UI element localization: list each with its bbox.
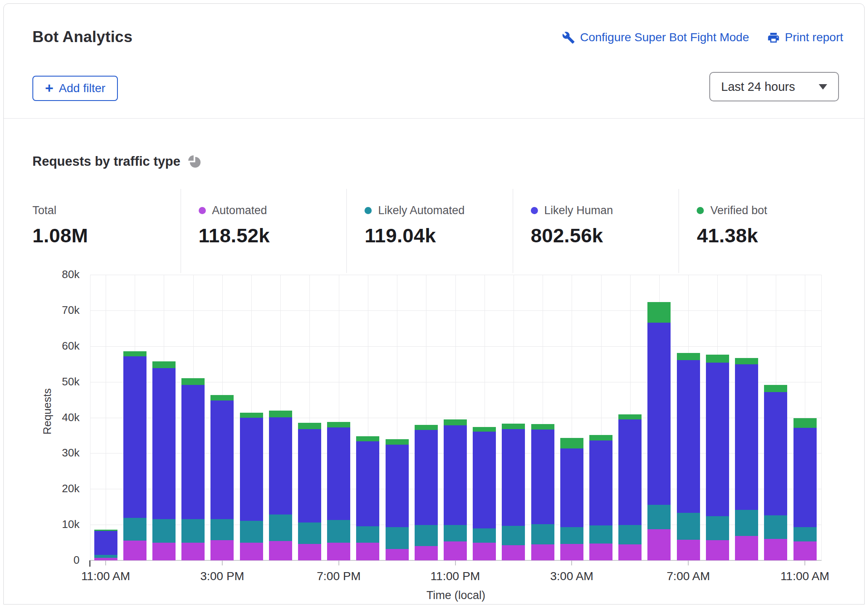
bar-segment-likely-automated[interactable] (327, 520, 350, 542)
bar-segment-automated[interactable] (473, 543, 496, 560)
bar-segment-likely-human[interactable] (240, 418, 263, 520)
bar-segment-likely-automated[interactable] (415, 525, 438, 546)
stacked-bar-hour-24[interactable] (793, 418, 817, 560)
bar-segment-likely-human[interactable] (560, 448, 583, 528)
bar-segment-likely-automated[interactable] (386, 527, 409, 549)
bar-segment-likely-human[interactable] (473, 432, 496, 528)
bar-segment-likely-automated[interactable] (677, 513, 700, 540)
bar-segment-likely-automated[interactable] (94, 555, 117, 558)
bar-segment-likely-automated[interactable] (123, 518, 146, 541)
bar-segment-verified-bot[interactable] (327, 422, 350, 428)
bar-segment-likely-automated[interactable] (356, 526, 379, 543)
bar-segment-likely-automated[interactable] (706, 516, 729, 541)
bar-segment-likely-automated[interactable] (444, 525, 467, 541)
bar-segment-likely-human[interactable] (706, 363, 729, 516)
stacked-bar-hour-19[interactable] (647, 302, 671, 560)
bar-segment-likely-human[interactable] (444, 425, 467, 525)
bar-segment-verified-bot[interactable] (764, 385, 787, 392)
bar-segment-likely-automated[interactable] (298, 522, 321, 544)
bar-segment-automated[interactable] (618, 544, 642, 560)
bar-segment-automated[interactable] (386, 549, 409, 560)
stacked-bar-hour-12[interactable] (444, 419, 467, 560)
bar-segment-automated[interactable] (735, 536, 758, 560)
stacked-bar-hour-15[interactable] (531, 424, 554, 560)
bar-segment-automated[interactable] (764, 539, 787, 560)
stacked-bar-hour-0[interactable] (94, 530, 117, 560)
bar-segment-automated[interactable] (560, 544, 583, 560)
bar-segment-likely-human[interactable] (298, 429, 321, 522)
bar-segment-automated[interactable] (502, 545, 525, 560)
bar-segment-automated[interactable] (240, 543, 263, 560)
bar-segment-automated[interactable] (415, 546, 438, 560)
bar-segment-likely-human[interactable] (764, 392, 787, 515)
bar-segment-likely-automated[interactable] (269, 515, 292, 541)
bar-segment-automated[interactable] (356, 543, 379, 560)
time-range-dropdown[interactable]: Last 24 hours (709, 72, 839, 101)
stacked-bar-hour-5[interactable] (240, 413, 263, 560)
stacked-bar-hour-16[interactable] (560, 438, 583, 560)
bar-segment-automated[interactable] (677, 540, 700, 560)
bar-segment-likely-automated[interactable] (618, 525, 642, 544)
stacked-bar-hour-6[interactable] (269, 411, 292, 560)
bar-segment-likely-human[interactable] (210, 400, 234, 519)
bar-segment-verified-bot[interactable] (502, 424, 525, 429)
bar-segment-automated[interactable] (531, 544, 554, 560)
stat-column-verified-bot[interactable]: Verified bot41.38k (679, 189, 845, 273)
bar-segment-likely-human[interactable] (327, 427, 350, 520)
bar-segment-likely-human[interactable] (123, 356, 146, 518)
stacked-bar-hour-4[interactable] (210, 395, 234, 560)
bar-segment-likely-human[interactable] (647, 323, 671, 505)
stacked-bar-hour-1[interactable] (123, 351, 146, 560)
bar-segment-verified-bot[interactable] (677, 353, 700, 360)
bar-segment-automated[interactable] (327, 543, 350, 560)
bar-segment-likely-human[interactable] (386, 445, 409, 527)
bar-segment-verified-bot[interactable] (240, 413, 263, 418)
bar-segment-verified-bot[interactable] (415, 425, 438, 430)
stacked-bar-hour-14[interactable] (502, 424, 525, 560)
bar-segment-verified-bot[interactable] (298, 423, 321, 429)
bar-segment-likely-automated[interactable] (473, 528, 496, 543)
bar-segment-verified-bot[interactable] (531, 424, 554, 430)
bar-segment-likely-human[interactable] (735, 364, 758, 510)
bar-segment-verified-bot[interactable] (210, 395, 234, 400)
bar-segment-likely-human[interactable] (677, 360, 700, 513)
stacked-bar-hour-2[interactable] (152, 361, 176, 560)
bar-segment-likely-automated[interactable] (240, 521, 263, 543)
bar-segment-likely-automated[interactable] (531, 524, 554, 544)
stacked-bar-hour-13[interactable] (473, 427, 496, 560)
bar-segment-automated[interactable] (123, 541, 146, 560)
bar-segment-verified-bot[interactable] (589, 435, 612, 440)
bar-segment-verified-bot[interactable] (647, 302, 671, 323)
bar-segment-verified-bot[interactable] (706, 355, 729, 363)
bar-segment-automated[interactable] (444, 541, 467, 560)
bar-segment-verified-bot[interactable] (269, 411, 292, 417)
bar-segment-likely-human[interactable] (618, 419, 642, 525)
stacked-bar-hour-11[interactable] (415, 425, 438, 560)
bar-segment-likely-automated[interactable] (647, 505, 671, 529)
bar-segment-likely-human[interactable] (793, 428, 817, 527)
bar-segment-automated[interactable] (298, 544, 321, 560)
stacked-bar-hour-22[interactable] (735, 358, 758, 560)
stacked-bar-hour-9[interactable] (356, 436, 379, 560)
bar-segment-likely-automated[interactable] (764, 515, 787, 539)
bar-segment-verified-bot[interactable] (356, 436, 379, 442)
bar-segment-likely-automated[interactable] (560, 527, 583, 544)
bar-segment-likely-human[interactable] (181, 385, 205, 519)
stat-column-likely-automated[interactable]: Likely Automated119.04k (346, 189, 513, 273)
bar-segment-likely-automated[interactable] (152, 519, 176, 542)
bar-segment-verified-bot[interactable] (618, 414, 642, 419)
bar-segment-automated[interactable] (706, 540, 729, 560)
stat-column-total[interactable]: Total1.08M (32, 189, 181, 273)
configure-super-bot-fight-mode-link[interactable]: Configure Super Bot Fight Mode (562, 31, 749, 44)
bar-segment-likely-human[interactable] (531, 430, 554, 525)
stacked-bar-hour-18[interactable] (618, 414, 642, 560)
bar-segment-verified-bot[interactable] (386, 439, 409, 445)
bar-segment-automated[interactable] (589, 544, 612, 560)
bar-segment-verified-bot[interactable] (560, 438, 583, 448)
bar-segment-likely-human[interactable] (589, 440, 612, 525)
bar-segment-automated[interactable] (647, 529, 671, 560)
bar-segment-verified-bot[interactable] (735, 358, 758, 364)
stat-column-automated[interactable]: Automated118.52k (181, 189, 347, 273)
bar-segment-verified-bot[interactable] (152, 361, 176, 368)
bar-segment-automated[interactable] (210, 540, 234, 560)
